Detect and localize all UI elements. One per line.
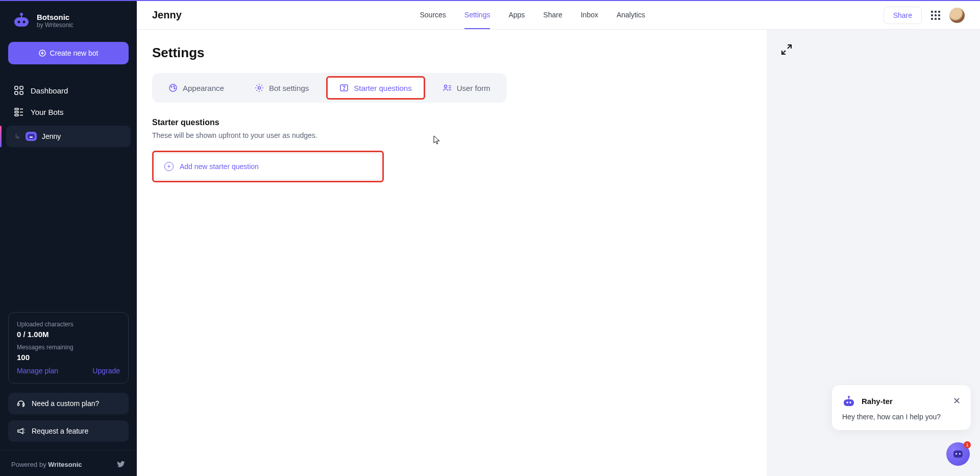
preview-panel: Rahy-ter ✕ Hey there, how can I help you… [767, 30, 980, 476]
svg-point-28 [344, 89, 345, 89]
section-subtitle: These will be shown upfront to your user… [152, 131, 751, 139]
tab-appearance[interactable]: Appearance [155, 76, 237, 100]
section-title: Starter questions [152, 118, 751, 127]
svg-point-22 [169, 84, 177, 91]
request-feature-button[interactable]: Request a feature [8, 420, 129, 442]
svg-rect-13 [15, 111, 18, 113]
sidebar: Botsonic by Writesonic Create new bot Da… [0, 1, 137, 476]
svg-rect-9 [20, 86, 23, 89]
svg-rect-19 [23, 403, 24, 406]
plus-circle-icon: + [164, 162, 174, 171]
svg-rect-11 [20, 91, 23, 94]
uploaded-chars-value: 0 / 1.00M [17, 330, 120, 339]
svg-point-34 [846, 401, 848, 403]
svg-point-24 [174, 86, 175, 87]
add-starter-question-highlight: + Add new starter question [152, 151, 384, 182]
upgrade-link[interactable]: Upgrade [92, 367, 120, 375]
add-starter-question-button[interactable]: + Add new starter question [155, 153, 381, 180]
reply-arrow-icon: ↳ [14, 132, 20, 140]
bots-icon [14, 107, 23, 116]
uploaded-chars-label: Uploaded characters [17, 321, 120, 328]
tab-user-form[interactable]: User form [429, 76, 504, 100]
palette-icon [168, 83, 178, 92]
topbar-nav: Sources Settings Apps Share Inbox Analyt… [420, 2, 645, 29]
bot-name-label: Jenny [42, 132, 61, 140]
logo-title: Botsonic [37, 13, 74, 21]
bot-face-icon [953, 450, 963, 458]
add-starter-question-label: Add new starter question [180, 162, 259, 171]
svg-rect-14 [15, 114, 18, 116]
plus-icon [39, 50, 46, 57]
messages-remaining-value: 100 [17, 353, 120, 362]
powered-prefix: Powered by [11, 461, 48, 468]
tab-bot-settings[interactable]: Bot settings [241, 76, 322, 100]
tab-label: Appearance [183, 84, 224, 92]
close-icon[interactable]: ✕ [953, 395, 961, 407]
sidebar-item-dashboard[interactable]: Dashboard [0, 80, 137, 101]
gear-icon [255, 83, 264, 92]
svg-line-20 [24, 430, 24, 430]
svg-point-3 [20, 13, 23, 16]
tab-starter-questions[interactable]: Starter questions [326, 76, 425, 100]
expand-icon[interactable] [781, 44, 792, 55]
powered-by: Powered by Writesonic [0, 450, 137, 476]
bot-avatar-icon [26, 132, 37, 141]
svg-point-35 [849, 401, 851, 403]
topnav-analytics[interactable]: Analytics [617, 2, 645, 29]
topnav-inbox[interactable]: Inbox [581, 2, 598, 29]
botsonic-logo-icon [12, 11, 31, 30]
svg-line-21 [24, 432, 24, 433]
custom-plan-label: Need a custom plan? [32, 399, 99, 408]
settings-tabs: Appearance Bot settings Starter question… [152, 73, 507, 103]
usage-card: Uploaded characters 0 / 1.00M Messages r… [8, 312, 129, 384]
request-feature-label: Request a feature [32, 427, 88, 435]
create-new-bot-button[interactable]: Create new bot [8, 42, 129, 64]
topnav-sources[interactable]: Sources [420, 2, 446, 29]
tab-label: User form [457, 84, 491, 92]
headset-icon [16, 399, 26, 408]
sidebar-nav: Dashboard Your Bots ↳ Jenny [0, 70, 137, 156]
twitter-icon[interactable] [116, 460, 126, 469]
apps-grid-icon[interactable] [931, 11, 940, 20]
svg-point-25 [174, 88, 175, 89]
main: Jenny Sources Settings Apps Share Inbox … [137, 1, 980, 476]
sidebar-item-label: Dashboard [31, 86, 68, 95]
user-form-icon [443, 83, 452, 92]
svg-point-1 [18, 21, 20, 23]
manage-plan-link[interactable]: Manage plan [17, 367, 58, 375]
powered-brand: Writesonic [48, 461, 82, 468]
svg-point-26 [258, 87, 260, 89]
dashboard-icon [14, 86, 23, 95]
tab-label: Starter questions [354, 84, 411, 92]
logo-area: Botsonic by Writesonic [0, 1, 137, 36]
custom-plan-button[interactable]: Need a custom plan? [8, 393, 129, 414]
chat-bot-avatar-icon [842, 394, 855, 408]
user-avatar[interactable] [949, 8, 965, 23]
topnav-apps[interactable]: Apps [508, 2, 525, 29]
chat-greeting-message: Hey there, how can I help you? [842, 413, 961, 421]
svg-rect-33 [844, 399, 854, 406]
create-new-bot-label: Create new bot [50, 49, 99, 57]
megaphone-icon [16, 426, 26, 436]
topnav-share[interactable]: Share [543, 2, 562, 29]
svg-rect-8 [15, 86, 18, 89]
tab-label: Bot settings [269, 84, 309, 92]
messages-remaining-label: Messages remaining [17, 344, 120, 351]
chat-bot-name: Rahy-ter [862, 397, 893, 406]
sidebar-bot-jenny[interactable]: ↳ Jenny [6, 126, 131, 147]
svg-rect-18 [18, 403, 19, 406]
share-button[interactable]: Share [884, 7, 922, 24]
chat-greeting-popup: Rahy-ter ✕ Hey there, how can I help you… [832, 385, 971, 430]
logo-subtitle: by Writesonic [37, 21, 74, 29]
svg-rect-0 [14, 17, 29, 27]
sidebar-item-your-bots[interactable]: Your Bots [0, 101, 137, 123]
svg-rect-12 [15, 108, 18, 110]
sidebar-item-label: Your Bots [31, 108, 64, 116]
chat-badge: 1 [964, 441, 971, 448]
chat-launcher-button[interactable]: 1 [946, 442, 970, 466]
svg-point-23 [171, 86, 172, 87]
topnav-settings[interactable]: Settings [464, 2, 491, 29]
page-bot-title: Jenny [152, 9, 182, 21]
page-heading: Settings [152, 45, 751, 61]
question-card-icon [339, 83, 349, 92]
